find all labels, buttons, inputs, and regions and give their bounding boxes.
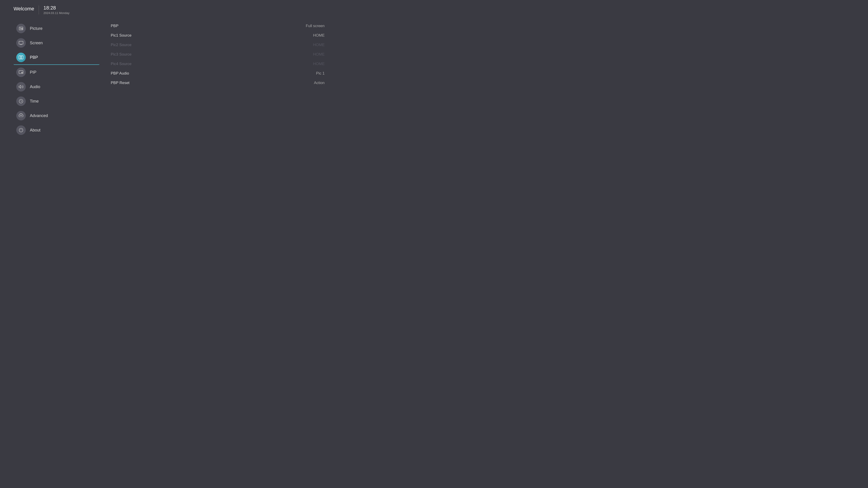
menu-row-pbp[interactable]: PBP Full screen — [106, 22, 329, 31]
sidebar-label-advanced: Advanced — [30, 113, 48, 118]
header-time-block: 18:28 2024.03.11 Monday — [43, 5, 69, 15]
screen-icon — [16, 38, 26, 48]
menu-value-pic1-source: HOME — [313, 33, 324, 38]
menu-label-pbp-audio: PBP Audio — [111, 71, 129, 76]
sidebar-label-time: Time — [30, 99, 39, 104]
menu-row-pic1-source[interactable]: Pic1 Source HOME — [106, 31, 329, 40]
menu-label-pic3-source: Pic3 Source — [111, 52, 131, 57]
menu-value-pic4-source: HOME — [313, 62, 324, 66]
current-time: 18:28 — [43, 5, 69, 11]
menu-value-pbp: Full screen — [306, 24, 324, 28]
main-content: Picture Screen PBP — [0, 22, 329, 137]
svg-rect-2 — [19, 41, 23, 44]
header: Welcome 18:28 2024.03.11 Monday — [0, 0, 329, 15]
svg-marker-9 — [19, 86, 21, 88]
menu-value-pic2-source: HOME — [313, 43, 324, 47]
sidebar-label-picture: Picture — [30, 26, 42, 31]
menu-row-pic2-source[interactable]: Pic2 Source HOME — [106, 40, 329, 50]
menu-label-pic2-source: Pic2 Source — [111, 43, 131, 47]
menu-label-pbp-reset: PBP Reset — [111, 80, 129, 85]
welcome-text: Welcome — [13, 5, 34, 12]
menu-value-pbp-audio: Pic 1 — [316, 71, 324, 76]
sidebar-item-pbp[interactable]: PBP — [13, 51, 99, 65]
sidebar-item-advanced[interactable]: Advanced — [13, 109, 99, 123]
svg-rect-5 — [19, 56, 21, 59]
svg-point-11 — [20, 115, 22, 116]
menu-label-pbp: PBP — [111, 24, 119, 28]
menu-label-pic4-source: Pic4 Source — [111, 62, 131, 66]
svg-rect-6 — [21, 56, 23, 59]
advanced-icon — [16, 111, 26, 121]
sidebar-label-audio: Audio — [30, 85, 40, 89]
sidebar-item-about[interactable]: About — [13, 123, 99, 137]
menu-label-pic1-source: Pic1 Source — [111, 33, 131, 38]
menu-panel: PBP Full screen Pic1 Source HOME Pic2 So… — [99, 22, 329, 137]
sidebar-item-picture[interactable]: Picture — [13, 22, 99, 35]
sidebar-item-screen[interactable]: Screen — [13, 36, 99, 50]
time-icon — [16, 96, 26, 106]
about-icon — [16, 125, 26, 135]
sidebar-item-time[interactable]: Time — [13, 94, 99, 108]
current-date: 2024.03.11 Monday — [43, 11, 69, 15]
menu-value-pic3-source: HOME — [313, 52, 324, 57]
audio-icon — [16, 82, 26, 92]
sidebar-label-screen: Screen — [30, 41, 43, 45]
pip-icon — [16, 68, 26, 77]
sidebar-label-about: About — [30, 128, 40, 133]
svg-rect-8 — [21, 72, 23, 73]
pbp-icon — [16, 53, 26, 62]
menu-row-pic3-source[interactable]: Pic3 Source HOME — [106, 50, 329, 59]
sidebar-label-pip: PIP — [30, 70, 36, 75]
sidebar-item-audio[interactable]: Audio — [13, 80, 99, 94]
sidebar-item-pip[interactable]: PIP — [13, 65, 99, 79]
menu-row-pic4-source[interactable]: Pic4 Source HOME — [106, 59, 329, 68]
svg-point-1 — [20, 28, 21, 29]
menu-row-pbp-reset[interactable]: PBP Reset Action — [106, 78, 329, 88]
picture-icon — [16, 24, 26, 33]
sidebar-label-pbp: PBP — [30, 55, 38, 60]
sidebar: Picture Screen PBP — [13, 22, 99, 137]
menu-row-pbp-audio[interactable]: PBP Audio Pic 1 — [106, 69, 329, 78]
menu-value-pbp-reset: Action — [314, 80, 324, 85]
